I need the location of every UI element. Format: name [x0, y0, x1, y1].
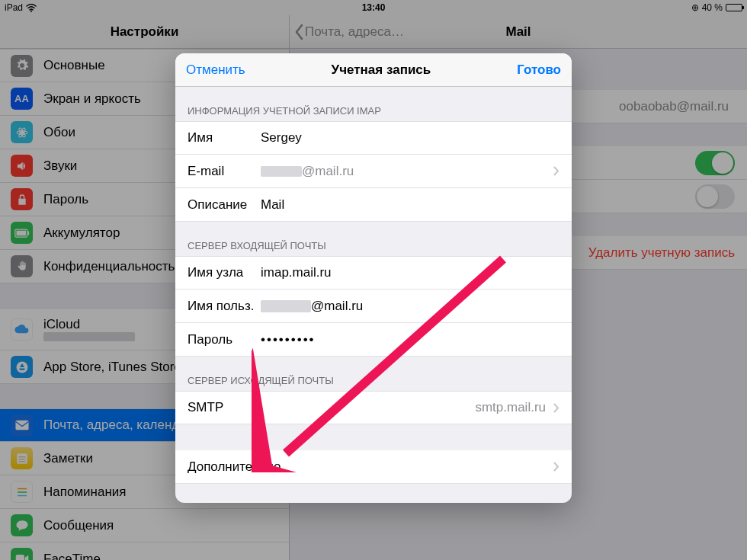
host-label: Имя узла: [188, 265, 261, 280]
host-value: imap.mail.ru: [261, 265, 559, 280]
smtp-value: smtp.mail.ru: [475, 400, 546, 415]
modal-overlay: Отменить Учетная запись Готово Информаци…: [0, 0, 747, 560]
username-value: @mail.ru: [261, 299, 559, 314]
account-modal: Отменить Учетная запись Готово Информаци…: [175, 53, 572, 503]
description-label: Описание: [188, 197, 261, 213]
cancel-button[interactable]: Отменить: [186, 62, 245, 78]
modal-title: Учетная запись: [332, 62, 431, 78]
email-row[interactable]: E-mail @mail.ru: [175, 155, 572, 188]
description-value: Mail: [261, 197, 559, 213]
advanced-row[interactable]: Дополнительно: [175, 450, 572, 484]
username-row[interactable]: Имя польз. @mail.ru: [175, 290, 572, 323]
password-row[interactable]: Пароль •••••••••: [175, 323, 572, 357]
section-header-incoming: Сервер входящей почты: [175, 222, 572, 256]
section-header-imap: Информация учетной записи IMAP: [175, 87, 572, 121]
chevron-right-icon: [553, 462, 559, 472]
name-value: Sergey: [261, 130, 559, 146]
password-label: Пароль: [188, 332, 261, 347]
smtp-label: SMTP: [188, 400, 475, 415]
email-label: E-mail: [188, 164, 261, 179]
name-label: Имя: [188, 130, 261, 146]
chevron-right-icon: [553, 403, 559, 413]
done-button[interactable]: Готово: [517, 62, 561, 78]
name-row[interactable]: Имя Sergey: [175, 121, 572, 155]
chevron-right-icon: [553, 166, 559, 176]
host-row[interactable]: Имя узла imap.mail.ru: [175, 256, 572, 290]
description-row[interactable]: Описание Mail: [175, 188, 572, 222]
password-value: •••••••••: [261, 332, 559, 347]
modal-nav: Отменить Учетная запись Готово: [175, 53, 572, 87]
advanced-label: Дополнительно: [188, 459, 553, 475]
section-header-outgoing: Сервер исходящей почты: [175, 357, 572, 391]
email-value: @mail.ru: [261, 164, 553, 179]
smtp-row[interactable]: SMTP smtp.mail.ru: [175, 391, 572, 424]
username-label: Имя польз.: [188, 299, 261, 314]
